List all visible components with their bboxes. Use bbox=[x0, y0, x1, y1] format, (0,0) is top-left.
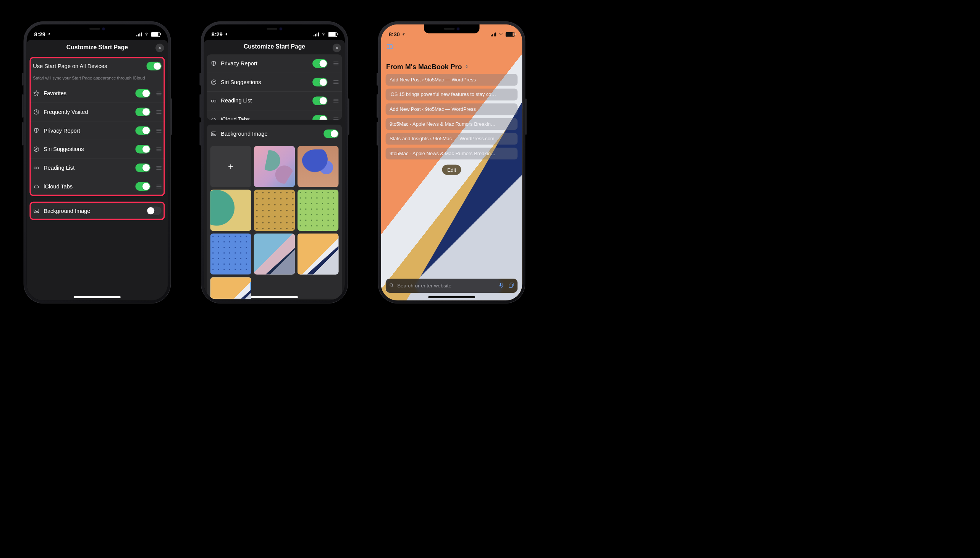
background-image-label: Background Image bbox=[221, 130, 320, 137]
drag-handle-icon[interactable] bbox=[156, 110, 161, 114]
background-thumb-crab[interactable] bbox=[298, 146, 339, 187]
background-thumb-butterfly[interactable] bbox=[254, 146, 295, 187]
option-toggle[interactable] bbox=[312, 96, 327, 105]
option-toggle[interactable] bbox=[312, 115, 327, 120]
edit-button[interactable]: Edit bbox=[442, 165, 461, 175]
sheet-header: Customize Start Page bbox=[204, 40, 345, 54]
option-toggle[interactable] bbox=[135, 126, 150, 135]
close-button[interactable] bbox=[155, 44, 164, 52]
background-image-label: Background Image bbox=[44, 208, 142, 214]
home-indicator[interactable] bbox=[74, 296, 121, 298]
status-time: 8:30 bbox=[389, 31, 400, 38]
option-toggle[interactable] bbox=[135, 89, 150, 97]
sheet-header: Customize Start Page bbox=[26, 40, 168, 55]
handoff-link[interactable]: Stats and Insights ‹ 9to5Mac — WordPress… bbox=[386, 133, 517, 145]
phone-1: 8:29 Customize Start Page Use Start Page… bbox=[24, 21, 171, 304]
drag-handle-icon[interactable] bbox=[156, 166, 161, 170]
shield-icon bbox=[210, 60, 217, 67]
handoff-link[interactable]: iOS 15 brings powerful new features to s… bbox=[386, 89, 517, 100]
option-row-cloud[interactable]: iCloud Tabs bbox=[207, 110, 342, 120]
section-header[interactable]: From M's MacBook Pro bbox=[386, 63, 517, 71]
cloud-icon bbox=[33, 183, 40, 190]
background-thumb-fold-1[interactable] bbox=[254, 233, 295, 275]
drag-handle-icon[interactable] bbox=[156, 148, 161, 151]
tabs-icon[interactable] bbox=[508, 282, 514, 289]
notch bbox=[247, 25, 303, 34]
handoff-link[interactable]: 9to5Mac - Apple News & Mac Rumors Breaki… bbox=[386, 118, 517, 130]
option-toggle[interactable] bbox=[312, 59, 327, 68]
option-toggle[interactable] bbox=[135, 164, 150, 172]
search-bar[interactable]: Search or enter website bbox=[386, 279, 517, 293]
home-indicator[interactable] bbox=[251, 296, 298, 298]
background-thumb-dotted-g[interactable] bbox=[298, 190, 339, 231]
handoff-link[interactable]: 9to5Mac - Apple News & Mac Rumors Breaki… bbox=[386, 148, 517, 159]
options-section-highlighted: Use Start Page on All Devices Safari wil… bbox=[29, 57, 165, 196]
option-label: Reading List bbox=[44, 164, 131, 171]
option-toggle[interactable] bbox=[312, 78, 327, 86]
cellular-icon bbox=[136, 33, 142, 36]
option-row-glasses[interactable]: Reading List bbox=[29, 158, 165, 177]
sheet-title: Customize Start Page bbox=[67, 44, 128, 51]
close-button[interactable] bbox=[333, 44, 341, 52]
shield-icon bbox=[33, 127, 40, 134]
location-icon bbox=[224, 31, 228, 38]
background-thumb-dotted-b[interactable] bbox=[210, 233, 251, 275]
drag-handle-icon[interactable] bbox=[334, 62, 339, 66]
status-time: 8:29 bbox=[34, 31, 46, 38]
background-thumb-chameleon[interactable] bbox=[210, 190, 251, 231]
option-row-glasses[interactable]: Reading List bbox=[207, 91, 342, 110]
drag-handle-icon[interactable] bbox=[334, 99, 339, 103]
battery-icon bbox=[329, 32, 338, 37]
phone-3: 8:30 From M's MacBook Pro Add New Post ‹… bbox=[378, 21, 525, 304]
background-image-section-highlighted: Background Image bbox=[29, 202, 165, 220]
customize-start-page-sheet: Customize Start Page Privacy Report Siri… bbox=[204, 40, 345, 300]
option-label: Siri Suggestions bbox=[221, 79, 309, 85]
background-image-toggle[interactable] bbox=[146, 207, 161, 215]
background-image-section: Background Image + bbox=[207, 125, 342, 299]
background-image-row[interactable]: Background Image bbox=[29, 202, 165, 220]
background-thumb-fold-2[interactable] bbox=[298, 233, 339, 275]
option-row-compass[interactable]: Siri Suggestions bbox=[29, 140, 165, 159]
compass-icon bbox=[210, 79, 217, 85]
handoff-link[interactable]: Add New Post ‹ 9to5Mac — WordPress bbox=[386, 74, 517, 85]
option-row-shield[interactable]: Privacy Report bbox=[207, 54, 342, 72]
home-indicator[interactable] bbox=[428, 296, 475, 298]
phone-2: 8:29 Customize Start Page Privacy Report… bbox=[201, 21, 348, 304]
option-row-compass[interactable]: Siri Suggestions bbox=[207, 72, 342, 91]
option-row-shield[interactable]: Privacy Report bbox=[29, 121, 165, 140]
section-title: From M's MacBook Pro bbox=[386, 63, 462, 71]
drag-handle-icon[interactable] bbox=[156, 91, 161, 95]
background-thumbnails: + bbox=[207, 143, 342, 299]
option-label: Privacy Report bbox=[221, 60, 309, 67]
option-row-cloud[interactable]: iCloud Tabs bbox=[29, 177, 165, 196]
wifi-icon bbox=[144, 31, 149, 38]
bookmarks-icon[interactable] bbox=[386, 43, 393, 51]
add-background-button[interactable]: + bbox=[210, 146, 251, 187]
drag-handle-icon[interactable] bbox=[334, 80, 339, 84]
sheet-title: Customize Start Page bbox=[244, 43, 305, 50]
option-toggle[interactable] bbox=[135, 182, 150, 191]
option-row-clock[interactable]: Frequently Visited bbox=[29, 102, 165, 121]
background-thumb-dotted-y[interactable] bbox=[254, 190, 295, 231]
cellular-icon bbox=[314, 33, 319, 36]
status-time: 8:29 bbox=[211, 31, 223, 38]
handoff-link[interactable]: Add New Post ‹ 9to5Mac — WordPress bbox=[386, 103, 517, 115]
drag-handle-icon[interactable] bbox=[334, 118, 339, 120]
drag-handle-icon[interactable] bbox=[156, 185, 161, 189]
location-icon bbox=[401, 31, 405, 38]
background-image-row[interactable]: Background Image bbox=[207, 125, 342, 143]
option-row-star[interactable]: Favorites bbox=[29, 84, 165, 102]
battery-icon bbox=[151, 32, 160, 37]
drag-handle-icon[interactable] bbox=[156, 129, 161, 133]
option-toggle[interactable] bbox=[135, 108, 150, 116]
dictation-icon[interactable] bbox=[498, 282, 504, 289]
background-image-toggle[interactable] bbox=[324, 130, 339, 138]
sync-toggle[interactable] bbox=[146, 62, 161, 70]
background-thumb-fold-2[interactable] bbox=[210, 277, 251, 299]
wifi-icon bbox=[498, 31, 503, 38]
option-label: Favorites bbox=[44, 90, 131, 96]
cellular-icon bbox=[491, 33, 496, 36]
sync-help-text: Safari will sync your Start Page appeara… bbox=[29, 75, 165, 84]
use-start-page-all-devices-row[interactable]: Use Start Page on All Devices bbox=[29, 57, 165, 75]
option-toggle[interactable] bbox=[135, 145, 150, 153]
